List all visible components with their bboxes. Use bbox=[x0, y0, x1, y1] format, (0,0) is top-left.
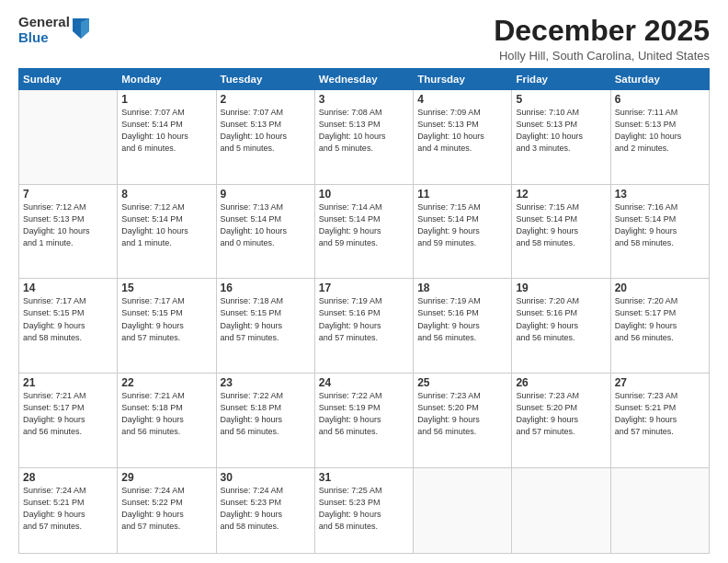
header-row: Sunday Monday Tuesday Wednesday Thursday… bbox=[19, 69, 710, 90]
table-row: 14Sunrise: 7:17 AM Sunset: 5:15 PM Dayli… bbox=[19, 279, 118, 373]
table-row: 30Sunrise: 7:24 AM Sunset: 5:23 PM Dayli… bbox=[216, 467, 314, 553]
day-number: 5 bbox=[516, 93, 606, 106]
col-friday: Friday bbox=[512, 69, 610, 90]
table-row: 18Sunrise: 7:19 AM Sunset: 5:16 PM Dayli… bbox=[414, 279, 512, 373]
table-row: 20Sunrise: 7:20 AM Sunset: 5:17 PM Dayli… bbox=[610, 279, 709, 373]
col-thursday: Thursday bbox=[414, 69, 512, 90]
day-number: 6 bbox=[615, 93, 705, 106]
day-info: Sunrise: 7:10 AM Sunset: 5:13 PM Dayligh… bbox=[516, 107, 606, 155]
table-row: 28Sunrise: 7:24 AM Sunset: 5:21 PM Dayli… bbox=[19, 467, 118, 553]
table-row: 29Sunrise: 7:24 AM Sunset: 5:22 PM Dayli… bbox=[118, 467, 216, 553]
logo: General Blue bbox=[18, 15, 89, 45]
table-row: 12Sunrise: 7:15 AM Sunset: 5:14 PM Dayli… bbox=[512, 184, 610, 279]
month-title: December 2025 bbox=[494, 15, 710, 47]
col-saturday: Saturday bbox=[610, 69, 709, 90]
table-row: 21Sunrise: 7:21 AM Sunset: 5:17 PM Dayli… bbox=[19, 373, 118, 468]
table-row: 27Sunrise: 7:23 AM Sunset: 5:21 PM Dayli… bbox=[610, 373, 709, 468]
table-row: 22Sunrise: 7:21 AM Sunset: 5:18 PM Dayli… bbox=[118, 373, 216, 468]
header: General Blue December 2025 Holly Hill, S… bbox=[18, 15, 710, 63]
day-number: 20 bbox=[615, 282, 705, 294]
table-row: 24Sunrise: 7:22 AM Sunset: 5:19 PM Dayli… bbox=[314, 373, 413, 468]
table-row: 16Sunrise: 7:18 AM Sunset: 5:15 PM Dayli… bbox=[216, 279, 314, 373]
day-number: 12 bbox=[516, 188, 606, 201]
day-number: 4 bbox=[417, 93, 507, 106]
day-number: 28 bbox=[23, 471, 113, 484]
day-info: Sunrise: 7:16 AM Sunset: 5:14 PM Dayligh… bbox=[615, 201, 705, 249]
table-row: 6Sunrise: 7:11 AM Sunset: 5:13 PM Daylig… bbox=[610, 90, 709, 185]
day-info: Sunrise: 7:20 AM Sunset: 5:16 PM Dayligh… bbox=[516, 295, 606, 343]
day-number: 29 bbox=[121, 471, 211, 484]
day-number: 8 bbox=[121, 188, 211, 201]
table-row: 8Sunrise: 7:12 AM Sunset: 5:14 PM Daylig… bbox=[118, 184, 216, 279]
day-number: 13 bbox=[615, 188, 705, 201]
day-number: 11 bbox=[417, 188, 507, 201]
day-number: 10 bbox=[319, 188, 409, 201]
day-number: 14 bbox=[23, 282, 113, 294]
table-row: 1Sunrise: 7:07 AM Sunset: 5:14 PM Daylig… bbox=[118, 90, 216, 185]
day-number: 19 bbox=[516, 282, 606, 294]
day-number: 25 bbox=[417, 376, 507, 389]
day-info: Sunrise: 7:24 AM Sunset: 5:23 PM Dayligh… bbox=[221, 485, 311, 533]
day-info: Sunrise: 7:19 AM Sunset: 5:16 PM Dayligh… bbox=[319, 295, 409, 343]
day-number: 3 bbox=[319, 93, 409, 106]
logo-text: General Blue bbox=[18, 15, 70, 45]
day-info: Sunrise: 7:09 AM Sunset: 5:13 PM Dayligh… bbox=[417, 107, 507, 155]
table-row: 17Sunrise: 7:19 AM Sunset: 5:16 PM Dayli… bbox=[314, 279, 413, 373]
day-number: 23 bbox=[221, 376, 311, 389]
logo-blue: Blue bbox=[18, 30, 70, 46]
logo-icon bbox=[73, 18, 89, 39]
table-row: 9Sunrise: 7:13 AM Sunset: 5:14 PM Daylig… bbox=[216, 184, 314, 279]
location: Holly Hill, South Carolina, United State… bbox=[494, 49, 710, 63]
table-row bbox=[610, 467, 709, 553]
day-info: Sunrise: 7:21 AM Sunset: 5:17 PM Dayligh… bbox=[23, 390, 113, 438]
day-info: Sunrise: 7:24 AM Sunset: 5:21 PM Dayligh… bbox=[23, 485, 113, 533]
day-info: Sunrise: 7:07 AM Sunset: 5:14 PM Dayligh… bbox=[121, 107, 211, 155]
day-number: 2 bbox=[221, 93, 311, 106]
day-number: 9 bbox=[221, 188, 311, 201]
table-row: 4Sunrise: 7:09 AM Sunset: 5:13 PM Daylig… bbox=[414, 90, 512, 185]
day-info: Sunrise: 7:17 AM Sunset: 5:15 PM Dayligh… bbox=[121, 295, 211, 343]
table-row bbox=[19, 90, 118, 185]
col-monday: Monday bbox=[118, 69, 216, 90]
table-row: 31Sunrise: 7:25 AM Sunset: 5:23 PM Dayli… bbox=[314, 467, 413, 553]
table-row: 2Sunrise: 7:07 AM Sunset: 5:13 PM Daylig… bbox=[216, 90, 314, 185]
day-info: Sunrise: 7:22 AM Sunset: 5:18 PM Dayligh… bbox=[221, 390, 311, 438]
table-row bbox=[512, 467, 610, 553]
day-info: Sunrise: 7:25 AM Sunset: 5:23 PM Dayligh… bbox=[319, 485, 409, 533]
day-info: Sunrise: 7:23 AM Sunset: 5:21 PM Dayligh… bbox=[615, 390, 705, 438]
calendar-table: Sunday Monday Tuesday Wednesday Thursday… bbox=[18, 68, 710, 554]
page: General Blue December 2025 Holly Hill, S… bbox=[0, 0, 728, 563]
col-sunday: Sunday bbox=[19, 69, 118, 90]
day-info: Sunrise: 7:14 AM Sunset: 5:14 PM Dayligh… bbox=[319, 201, 409, 249]
table-row: 7Sunrise: 7:12 AM Sunset: 5:13 PM Daylig… bbox=[19, 184, 118, 279]
day-info: Sunrise: 7:07 AM Sunset: 5:13 PM Dayligh… bbox=[221, 107, 311, 155]
day-info: Sunrise: 7:11 AM Sunset: 5:13 PM Dayligh… bbox=[615, 107, 705, 155]
day-info: Sunrise: 7:12 AM Sunset: 5:13 PM Dayligh… bbox=[23, 201, 113, 249]
day-number: 1 bbox=[121, 93, 211, 106]
day-number: 7 bbox=[23, 188, 113, 201]
table-row: 13Sunrise: 7:16 AM Sunset: 5:14 PM Dayli… bbox=[610, 184, 709, 279]
day-number: 16 bbox=[221, 282, 311, 294]
day-info: Sunrise: 7:17 AM Sunset: 5:15 PM Dayligh… bbox=[23, 295, 113, 343]
table-row: 23Sunrise: 7:22 AM Sunset: 5:18 PM Dayli… bbox=[216, 373, 314, 468]
day-info: Sunrise: 7:13 AM Sunset: 5:14 PM Dayligh… bbox=[221, 201, 311, 249]
col-tuesday: Tuesday bbox=[216, 69, 314, 90]
day-info: Sunrise: 7:19 AM Sunset: 5:16 PM Dayligh… bbox=[417, 295, 507, 343]
day-number: 21 bbox=[23, 376, 113, 389]
day-info: Sunrise: 7:18 AM Sunset: 5:15 PM Dayligh… bbox=[221, 295, 311, 343]
title-section: December 2025 Holly Hill, South Carolina… bbox=[494, 15, 710, 63]
table-row: 5Sunrise: 7:10 AM Sunset: 5:13 PM Daylig… bbox=[512, 90, 610, 185]
day-number: 26 bbox=[516, 376, 606, 389]
day-info: Sunrise: 7:23 AM Sunset: 5:20 PM Dayligh… bbox=[417, 390, 507, 438]
logo-general: General bbox=[18, 15, 70, 30]
day-number: 15 bbox=[121, 282, 211, 294]
day-info: Sunrise: 7:20 AM Sunset: 5:17 PM Dayligh… bbox=[615, 295, 705, 343]
table-row: 10Sunrise: 7:14 AM Sunset: 5:14 PM Dayli… bbox=[314, 184, 413, 279]
table-row: 26Sunrise: 7:23 AM Sunset: 5:20 PM Dayli… bbox=[512, 373, 610, 468]
table-row: 25Sunrise: 7:23 AM Sunset: 5:20 PM Dayli… bbox=[414, 373, 512, 468]
table-row bbox=[414, 467, 512, 553]
day-info: Sunrise: 7:23 AM Sunset: 5:20 PM Dayligh… bbox=[516, 390, 606, 438]
day-info: Sunrise: 7:22 AM Sunset: 5:19 PM Dayligh… bbox=[319, 390, 409, 438]
table-row: 15Sunrise: 7:17 AM Sunset: 5:15 PM Dayli… bbox=[118, 279, 216, 373]
table-row: 3Sunrise: 7:08 AM Sunset: 5:13 PM Daylig… bbox=[314, 90, 413, 185]
